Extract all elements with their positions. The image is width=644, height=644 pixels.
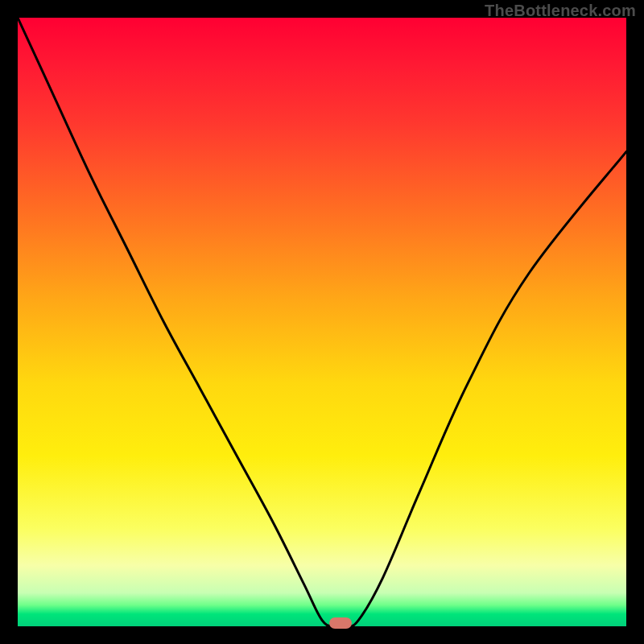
bottleneck-curve: [18, 18, 626, 626]
plot-area: [18, 18, 626, 626]
curve-svg: [18, 18, 626, 626]
chart-frame: TheBottleneck.com: [0, 0, 644, 644]
optimal-marker: [329, 617, 352, 629]
